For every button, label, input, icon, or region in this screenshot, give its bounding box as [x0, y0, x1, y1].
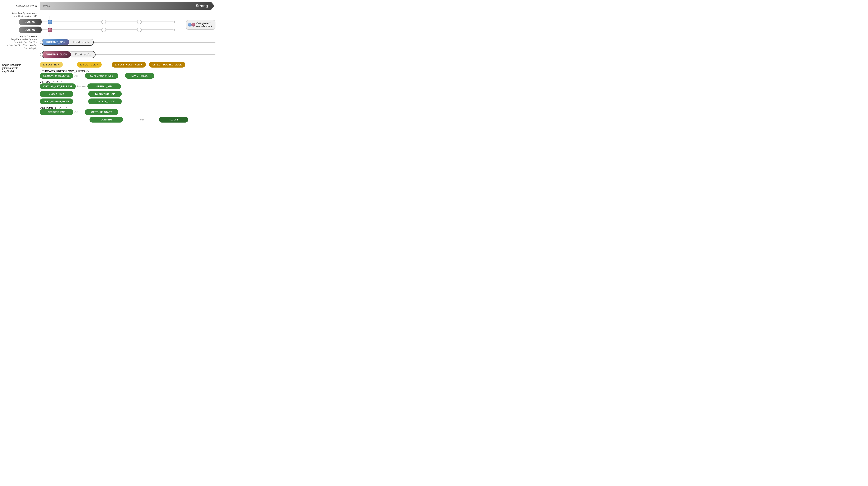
- haptic-tick-row: Haptic Constants (amplitude varies by sc…: [0, 35, 218, 50]
- composed-text: Composed double click: [196, 22, 212, 28]
- virtual-key-btn[interactable]: VIRTUAL_KEY: [87, 84, 121, 89]
- hal-h0-row: HAL_H0 S Composed double click: [0, 19, 218, 25]
- composed-badge: Composed double click: [186, 20, 215, 30]
- haptic-constants-static-label: Haptic Constants (static discrete amplit…: [2, 62, 40, 124]
- primitive-tick-pill[interactable]: PRIMITIVE_TICK float scale: [41, 39, 94, 46]
- energy-label: Conceptual energy: [2, 4, 40, 7]
- effect-heavy-click-btn[interactable]: EFFECT_HEAVY_CLICK: [112, 62, 146, 68]
- hal-h1-label: HAL_H1: [19, 27, 42, 33]
- gesture-start-btn[interactable]: GESTURE_START: [85, 109, 118, 115]
- primitive-click-param: float scale: [71, 52, 95, 58]
- primitive-click-label: PRIMITIVE_CLICK: [42, 52, 71, 58]
- keyboard-press-btn[interactable]: KEYBOARD_PRESS: [85, 73, 118, 78]
- pair2-label: Pair: [77, 85, 81, 88]
- long-press-btn[interactable]: LONG_PRESS: [125, 73, 154, 78]
- primitive-tick-container: PRIMITIVE_TICK float scale: [40, 39, 215, 46]
- pair1-label: Pair: [74, 75, 78, 77]
- virtual-key-row: VIRTUAL_KEY_RELEASE Pair VIRTUAL_KEY: [40, 84, 215, 89]
- haptic-click-row: PRIMITIVE_CLICK float scale: [0, 51, 218, 58]
- confirm-btn[interactable]: CONFIRM: [90, 117, 123, 123]
- click-track: [95, 54, 215, 55]
- hal-h0-label: HAL_H0: [19, 19, 42, 25]
- reject-btn[interactable]: REJECT: [159, 117, 188, 123]
- waveform-label-row: Waveform by continuous amplitude scale i…: [0, 11, 218, 18]
- virtual-key-release-btn[interactable]: VIRTUAL_KEY_RELEASE: [40, 84, 76, 89]
- energy-weak-label: Weak: [43, 4, 50, 7]
- hal-h0-circle-right: [137, 20, 142, 24]
- gesture-row: GESTURE_END Pair GESTURE_START: [40, 109, 215, 115]
- pair4-label: Pair: [140, 119, 144, 121]
- hal-h1-slider[interactable]: S: [42, 27, 174, 33]
- hal-h0-track: S: [42, 22, 174, 22]
- pair3-label: Pair: [74, 111, 78, 114]
- clock-tick-row: CLOCK_TICK KEYBOARD_TAP: [40, 91, 215, 97]
- keyboard-row: KEYBOARD_RELEASE Pair KEYBOARD_PRESS LON…: [40, 73, 215, 78]
- waveform-label: Waveform by continuous amplitude scale i…: [2, 11, 40, 18]
- energy-bar: Weak Strong: [40, 2, 211, 10]
- gesture-end-btn[interactable]: GESTURE_END: [40, 109, 73, 115]
- pair2-dots: [82, 86, 86, 87]
- bottom-section: Haptic Constants (static discrete amplit…: [0, 62, 218, 124]
- text-handle-move-btn[interactable]: TEXT_HANDLE_MOVE: [40, 98, 73, 104]
- primitive-tick-label: PRIMITIVE_TICK: [42, 39, 69, 45]
- keyboard-tap-btn[interactable]: KEYBOARD_TAP: [88, 91, 122, 97]
- keyboard-release-btn[interactable]: KEYBOARD_RELEASE: [40, 73, 73, 78]
- hal-h0-thumb[interactable]: S: [48, 20, 52, 24]
- hal-h0-circle-mid: [101, 20, 106, 24]
- primitive-click-pill[interactable]: PRIMITIVE_CLICK float scale: [41, 51, 96, 58]
- primitive-tick-param: float scale: [69, 39, 93, 45]
- hal-h0-slider[interactable]: S: [42, 19, 174, 25]
- confirm-row: CONFIRM Pair REJECT: [40, 117, 215, 123]
- pair4-dots: [145, 120, 154, 120]
- hal-h1-track: S: [42, 30, 174, 30]
- energy-row: Conceptual energy Weak Strong: [0, 2, 218, 10]
- bottom-content: EFFECT_TICK EFFECT_CLICK EFFECT_HEAVY_CL…: [40, 62, 215, 124]
- page: Conceptual energy Weak Strong Waveform b…: [0, 0, 218, 126]
- effect-click-btn[interactable]: EFFECT_CLICK: [77, 62, 102, 68]
- hal-h1-row: HAL_H1 S: [0, 27, 218, 33]
- context-click-btn[interactable]: CONTEXT_CLICK: [88, 98, 122, 104]
- haptic-constants-label: Haptic Constants (amplitude varies by sc…: [2, 35, 40, 50]
- energy-strong-label: Strong: [196, 4, 208, 8]
- effect-row: EFFECT_TICK EFFECT_CLICK EFFECT_HEAVY_CL…: [40, 62, 215, 68]
- composed-dots: [188, 23, 195, 27]
- clock-tick-btn[interactable]: CLOCK_TICK: [40, 91, 73, 97]
- hal-h1-circle-mid: [101, 28, 106, 32]
- effect-double-click-btn[interactable]: EFFECT_DOUBLE_CLICK: [149, 62, 185, 68]
- tick-track: [93, 42, 215, 43]
- hal-h1-thumb[interactable]: S: [48, 28, 52, 32]
- dot-pink: [191, 23, 195, 27]
- primitive-click-container: PRIMITIVE_CLICK float scale: [40, 51, 215, 58]
- hal-h1-circle-right: [137, 28, 142, 32]
- click-small-circle: [40, 53, 43, 56]
- effect-tick-btn[interactable]: EFFECT_TICK: [40, 62, 63, 68]
- text-handle-row: TEXT_HANDLE_MOVE CONTEXT_CLICK: [40, 98, 215, 104]
